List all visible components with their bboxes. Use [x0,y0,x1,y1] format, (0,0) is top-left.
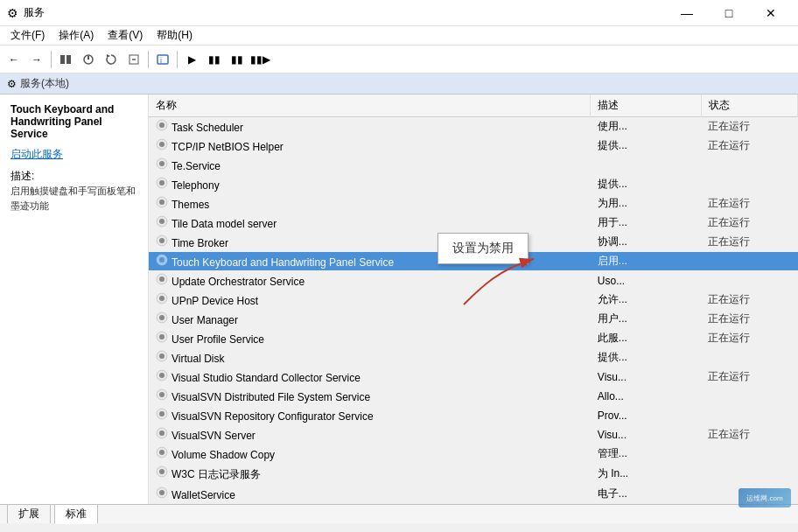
service-name-cell: Update Orchestrator Service [149,271,591,290]
pause-button[interactable]: ▮▮ [227,49,248,70]
svg-point-42 [159,430,164,436]
export-button[interactable] [123,49,144,70]
toolbar-sep-3 [177,51,178,68]
menu-action[interactable]: 操作(A) [52,26,101,45]
maximize-button[interactable]: □ [709,0,749,26]
service-desc-cell: Visu... [591,425,701,444]
right-panel: 名称 描述 状态 Task Scheduler使用...正在运行 TCP/IP … [149,94,798,504]
restart-button[interactable]: ▮▮▶ [249,49,270,70]
left-panel: Touch Keyboard andHandwriting Panel Serv… [0,94,149,504]
table-row[interactable]: Update Orchestrator ServiceUso... [149,271,798,290]
svg-point-20 [159,219,164,224]
tab-expand[interactable]: 扩展 [7,504,51,523]
services-icon [82,53,94,66]
service-desc-cell: Visu... [591,368,701,387]
table-row[interactable]: Volume Shadow Copy管理... [149,444,798,464]
table-row[interactable]: Themes为用...正在运行 [149,194,798,214]
service-name-text: Telephony [172,179,220,192]
minimize-button[interactable]: — [667,0,707,26]
service-icon [156,177,168,189]
svg-point-44 [159,450,164,455]
services-button[interactable] [78,49,99,70]
col-name-header[interactable]: 名称 [149,94,591,117]
title-bar: ⚙ 服务 — □ ✕ [0,0,798,26]
svg-point-12 [159,142,164,147]
tab-standard[interactable]: 标准 [54,504,98,524]
table-row[interactable]: Telephony提供... [149,175,798,194]
tooltip-box: 设置为禁用 [438,233,528,264]
svg-point-32 [159,334,164,340]
svg-rect-7 [158,55,168,64]
table-row[interactable]: Visual Studio Standard Collector Service… [149,368,798,387]
desc-label: 描述: [10,170,34,182]
service-name-cell: Tile Data model server [149,214,591,233]
table-row[interactable]: VisualSVN Distributed File System Servic… [149,387,798,406]
service-name-cell: TCP/IP NetBIOS Helper [149,136,591,156]
service-status-cell [701,387,797,406]
service-status-cell: 正在运行 [701,233,797,252]
service-tbody: Task Scheduler使用...正在运行 TCP/IP NetBIOS H… [149,117,798,504]
service-desc-cell: 提供... [591,348,701,368]
service-name-text: TCP/IP NetBIOS Helper [172,141,284,153]
service-status-cell [701,464,797,485]
service-desc-cell: 用户... [591,310,701,329]
refresh-button[interactable] [101,49,122,70]
toolbar-sep-1 [51,51,52,68]
service-status-cell: 正在运行 [701,290,797,310]
service-name-text: Virtual Disk [172,353,224,365]
menu-help[interactable]: 帮助(H) [150,26,200,45]
play-button[interactable]: ▶ [181,49,202,70]
table-row[interactable]: UPnP Device Host允许...正在运行 [149,290,798,310]
service-icon [156,119,168,131]
table-row[interactable]: WalletService电子... [149,485,798,504]
content-wrapper: Touch Keyboard andHandwriting Panel Serv… [0,94,798,504]
service-icon [156,369,168,382]
show-hide-icon [60,53,72,66]
service-name-text: Touch Keyboard and Handwriting Panel Ser… [172,256,394,269]
service-desc-cell: 启用... [591,252,701,271]
service-desc-cell: 为 In... [591,464,701,485]
table-row[interactable]: VisualSVN ServerVisu...正在运行 [149,425,798,444]
service-desc-cell: Prov... [591,406,701,425]
svg-point-34 [159,354,164,359]
table-row[interactable]: Task Scheduler使用...正在运行 [149,117,798,136]
table-row[interactable]: TCP/IP NetBIOS Helper提供...正在运行 [149,136,798,156]
service-desc-cell: Uso... [591,271,701,290]
help-button[interactable]: i [152,49,173,70]
service-list[interactable]: 名称 描述 状态 Task Scheduler使用...正在运行 TCP/IP … [149,94,798,504]
table-row[interactable]: Tile Data model server用于...正在运行 [149,214,798,233]
table-row[interactable]: Virtual Disk提供... [149,348,798,368]
stop-button[interactable]: ▮▮ [204,49,225,70]
service-icon [156,234,168,247]
close-button[interactable]: ✕ [751,0,791,26]
svg-point-36 [159,373,164,378]
show-hide-button[interactable] [55,49,76,70]
title-controls: — □ ✕ [667,0,791,26]
svg-point-38 [159,392,164,397]
table-row[interactable]: User Profile Service此服...正在运行 [149,329,798,348]
table-row[interactable]: Te.Service [149,156,798,175]
svg-point-46 [159,469,164,474]
service-status-cell: 正在运行 [701,310,797,329]
table-row[interactable]: VisualSVN Repository Configurator Servic… [149,406,798,425]
service-status-cell: 正在运行 [701,117,797,136]
svg-rect-1 [66,55,71,64]
menu-view[interactable]: 查看(V) [101,26,150,45]
service-desc-cell: 电子... [591,485,701,504]
watermark: 运维网.com [738,488,791,508]
service-name-cell: Task Scheduler [149,117,591,136]
service-icon [156,446,168,458]
col-status-header[interactable]: 状态 [701,94,797,117]
back-button[interactable]: ← [4,49,24,70]
watermark-logo: 运维网.com [738,488,791,508]
service-icon [156,466,168,478]
col-desc-header[interactable]: 描述 [591,94,701,117]
table-row[interactable]: User Manager用户...正在运行 [149,310,798,329]
service-icon [156,158,168,170]
forward-button[interactable]: → [26,49,47,70]
menu-file[interactable]: 文件(F) [4,26,52,45]
start-service-link[interactable]: 启动此服务 [10,147,137,162]
service-desc-cell: 协调... [591,233,701,252]
table-row[interactable]: W3C 日志记录服务为 In... [149,464,798,485]
service-status-cell [701,271,797,290]
